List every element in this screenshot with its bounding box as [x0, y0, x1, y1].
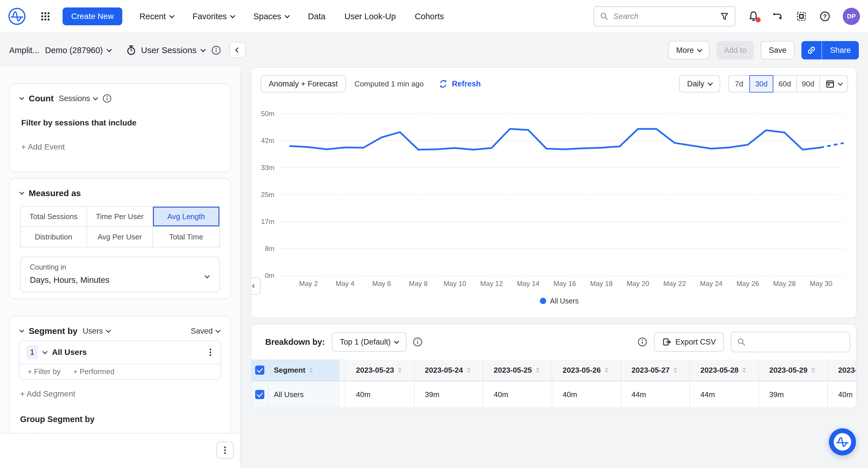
org-name[interactable]: Amplit... [9, 45, 39, 55]
svg-text:May 16: May 16 [553, 280, 576, 287]
date-column-header[interactable]: 2023-05-23 [346, 360, 414, 381]
info-icon[interactable] [211, 45, 221, 55]
measure-total-sessions[interactable]: Total Sessions [21, 207, 87, 227]
custom-date-range-button[interactable] [819, 75, 848, 92]
global-search[interactable] [594, 6, 735, 26]
collapse-section-icon[interactable] [20, 328, 24, 333]
spacer-column [339, 381, 346, 408]
apps-grid-icon[interactable] [37, 8, 53, 24]
computed-timestamp: Computed 1 min ago [354, 80, 424, 88]
create-new-button[interactable]: Create New [63, 7, 122, 25]
table-search-input[interactable] [750, 338, 844, 347]
collapse-section-icon[interactable] [20, 95, 24, 100]
sort-icon [605, 367, 608, 373]
nav-spaces[interactable]: Spaces [253, 12, 289, 21]
range-7d[interactable]: 7d [728, 75, 750, 92]
count-card: Count Sessions Filter by sessions that i… [9, 83, 231, 172]
segment-cell[interactable]: All Users [269, 381, 339, 408]
search-icon [737, 338, 746, 346]
project-selector[interactable]: Demo (287960) [45, 45, 112, 55]
svg-text:May 30: May 30 [810, 280, 832, 287]
anomaly-forecast-button[interactable]: Anomaly + Forecast [260, 75, 346, 92]
select-all-checkbox[interactable] [255, 366, 265, 375]
info-icon[interactable] [413, 337, 423, 347]
date-column-header[interactable]: 2023-05-28 [690, 360, 759, 381]
row-checkbox[interactable] [255, 390, 265, 399]
measure-avg-length[interactable]: Avg Length [153, 207, 219, 227]
table-search[interactable] [731, 332, 850, 352]
segment-entity-label: Users [83, 327, 103, 336]
nav-user-lookup[interactable]: User Look-Up [344, 12, 396, 21]
date-column-header[interactable]: 2023-05-30 [828, 360, 857, 381]
segment-name[interactable]: All Users [52, 348, 87, 357]
saved-label: Saved [191, 327, 213, 336]
journeys-icon[interactable] [772, 10, 784, 22]
more-label: More [676, 46, 694, 55]
filter-funnel-icon[interactable] [720, 12, 729, 21]
amplitude-fab-icon [829, 428, 856, 456]
refresh-button[interactable]: Refresh [439, 79, 481, 88]
date-column-header[interactable]: 2023-05-27 [621, 360, 690, 381]
user-avatar[interactable]: DP [843, 8, 860, 25]
range-90d[interactable]: 90d [796, 75, 820, 92]
event-type-label: Sessions [59, 94, 90, 103]
segment-entity-selector[interactable]: Users [83, 327, 110, 336]
add-event-button[interactable]: + Add Event [21, 143, 219, 152]
date-column-header[interactable]: 2023-05-26 [552, 360, 621, 381]
counting-in-label: Counting in [30, 263, 210, 271]
counting-in-select[interactable]: Counting in Days, Hours, Minutes [20, 257, 220, 292]
frame-select-icon[interactable] [796, 11, 807, 22]
performed-button[interactable]: + Performed [73, 367, 115, 376]
share-button[interactable]: Share [822, 41, 859, 59]
value-cell: 39m [414, 381, 484, 408]
measured-as-title: Measured as [29, 188, 81, 198]
nav-user-lookup-label: User Look-Up [344, 12, 396, 21]
export-csv-button[interactable]: Export CSV [654, 332, 724, 352]
filter-by-button[interactable]: + Filter by [28, 367, 61, 376]
segment-menu-button[interactable] [210, 351, 214, 353]
collapse-panel-button[interactable] [229, 42, 246, 58]
date-column-header[interactable]: 2023-05-25 [484, 360, 552, 381]
info-icon[interactable] [102, 94, 112, 103]
more-button[interactable]: More [668, 41, 710, 59]
chevron-down-icon [42, 349, 48, 354]
breakdown-selector[interactable]: Top 1 (Default) [332, 332, 406, 352]
amplitude-logo[interactable] [8, 7, 26, 25]
add-segment-button[interactable]: + Add Segment [20, 389, 75, 399]
chevron-down-icon [215, 327, 220, 333]
notifications-bell-icon[interactable] [747, 10, 760, 22]
amplitude-assistant-fab[interactable] [829, 428, 856, 456]
segment-index-badge[interactable]: 1 [26, 345, 38, 359]
save-button[interactable]: Save [761, 41, 795, 59]
range-30d[interactable]: 30d [749, 75, 773, 92]
date-range-group: 7d 30d 60d 90d [728, 75, 848, 92]
share-split-button: Share [801, 41, 859, 59]
date-column-header[interactable]: 2023-05-24 [414, 360, 484, 381]
value-cell: 40m [484, 381, 552, 408]
add-to-button[interactable]: Add to [716, 41, 754, 59]
date-column-header[interactable]: 2023-05-29 [759, 360, 828, 381]
chart-title-selector[interactable]: User Sessions [126, 45, 205, 55]
measure-total-time[interactable]: Total Time [153, 227, 219, 247]
nav-recent[interactable]: Recent [140, 12, 174, 21]
help-icon[interactable]: ? [819, 11, 831, 22]
nav-favorites[interactable]: Favorites [193, 12, 235, 21]
nav-cohorts[interactable]: Cohorts [415, 12, 444, 21]
info-icon[interactable] [638, 337, 647, 347]
chart-scroll-left-button[interactable] [251, 277, 260, 294]
event-type-selector[interactable]: Sessions [59, 94, 98, 103]
granularity-selector[interactable]: Daily [679, 75, 720, 92]
panel-menu-button[interactable] [216, 442, 234, 459]
range-60d[interactable]: 60d [773, 75, 797, 92]
nav-data[interactable]: Data [308, 12, 326, 21]
measure-avg-per-user[interactable]: Avg Per User [87, 227, 153, 247]
segment-column-header[interactable]: Segment [269, 360, 339, 381]
search-input[interactable] [613, 12, 715, 21]
legend-all-users[interactable]: All Users [540, 297, 579, 305]
copy-link-button[interactable] [801, 41, 822, 59]
saved-segments-selector[interactable]: Saved [191, 327, 220, 336]
export-icon [662, 337, 671, 347]
collapse-section-icon[interactable] [20, 190, 24, 195]
measure-distribution[interactable]: Distribution [21, 227, 87, 247]
measure-time-per-user[interactable]: Time Per User [87, 207, 153, 227]
